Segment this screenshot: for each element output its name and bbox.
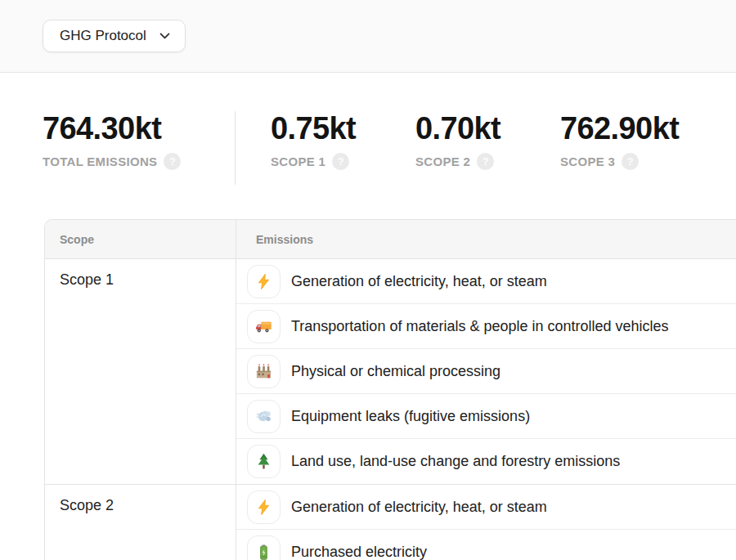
emission-label: Land use, land-use change and forestry e… bbox=[291, 453, 620, 470]
stat-scope-2: 0.70kt SCOPE 2 ? bbox=[415, 110, 520, 170]
emission-row: Transportation of materials & people in … bbox=[236, 304, 736, 349]
help-icon[interactable]: ? bbox=[164, 153, 181, 170]
scope-3-value: 762.90kt bbox=[560, 110, 679, 147]
total-emissions-value: 764.30kt bbox=[43, 110, 235, 147]
emissions-table: Scope Emissions Scope 1 Generation of el… bbox=[44, 219, 736, 560]
scope-1-label: SCOPE 1 bbox=[271, 155, 325, 168]
emission-label: Generation of electricity, heat, or stea… bbox=[291, 499, 547, 516]
topbar: GHG Protocol bbox=[0, 0, 736, 73]
leak-icon bbox=[255, 408, 272, 425]
scope-1-value: 0.75kt bbox=[271, 110, 375, 147]
stat-scope-1: 0.75kt SCOPE 1 ? bbox=[271, 110, 375, 170]
scope-group-1: Scope 1 Generation of electricity, heat,… bbox=[45, 259, 736, 484]
lightning-icon bbox=[255, 499, 272, 516]
emission-label: Transportation of materials & people in … bbox=[291, 318, 669, 335]
emissions-summary: 764.30kt TOTAL EMISSIONS ? 0.75kt SCOPE … bbox=[0, 73, 736, 185]
scope-2-label: SCOPE 2 bbox=[415, 155, 470, 168]
icon-box bbox=[247, 491, 280, 524]
help-icon[interactable]: ? bbox=[477, 153, 494, 170]
scope-2-value: 0.70kt bbox=[415, 110, 520, 147]
icon-box bbox=[247, 310, 280, 343]
icon-box bbox=[247, 535, 280, 560]
emission-label: Physical or chemical processing bbox=[291, 363, 500, 380]
emission-row: Generation of electricity, heat, or stea… bbox=[236, 485, 736, 530]
factory-icon bbox=[255, 363, 272, 380]
stats-divider bbox=[235, 111, 236, 185]
icon-box bbox=[247, 445, 280, 478]
scope-cell: Scope 2 bbox=[45, 485, 236, 560]
scope-3-label: SCOPE 3 bbox=[560, 155, 615, 168]
scope-cell: Scope 1 bbox=[45, 259, 236, 484]
icon-box bbox=[247, 265, 280, 298]
emission-row: Purchased electricity bbox=[236, 530, 736, 560]
battery-icon bbox=[255, 544, 272, 560]
framework-selector-dropdown[interactable]: GHG Protocol bbox=[43, 20, 186, 52]
emission-row: Physical or chemical processing bbox=[236, 349, 736, 394]
emission-row: Land use, land-use change and forestry e… bbox=[236, 439, 736, 484]
icon-box bbox=[247, 355, 280, 388]
column-header-emissions: Emissions bbox=[236, 220, 736, 258]
lightning-icon bbox=[255, 273, 272, 290]
column-header-scope: Scope bbox=[45, 220, 236, 258]
truck-icon bbox=[255, 318, 272, 335]
framework-selector-label: GHG Protocol bbox=[60, 28, 146, 44]
emission-label: Purchased electricity bbox=[291, 544, 427, 560]
table-header: Scope Emissions bbox=[45, 220, 736, 259]
icon-box bbox=[247, 400, 280, 433]
emission-label: Equipment leaks (fugitive emissions) bbox=[291, 408, 530, 425]
help-icon[interactable]: ? bbox=[622, 153, 639, 170]
chevron-down-icon bbox=[159, 33, 170, 39]
scope-group-2: Scope 2 Generation of electricity, heat,… bbox=[45, 484, 736, 560]
emission-row: Generation of electricity, heat, or stea… bbox=[236, 259, 736, 304]
total-emissions-label: TOTAL EMISSIONS bbox=[43, 155, 157, 168]
stat-total-emissions: 764.30kt TOTAL EMISSIONS ? bbox=[43, 110, 235, 170]
emission-row: Equipment leaks (fugitive emissions) bbox=[236, 394, 736, 439]
tree-icon bbox=[255, 453, 272, 470]
emission-label: Generation of electricity, heat, or stea… bbox=[291, 273, 547, 290]
help-icon[interactable]: ? bbox=[332, 153, 349, 170]
stat-scope-3: 762.90kt SCOPE 3 ? bbox=[560, 110, 679, 170]
